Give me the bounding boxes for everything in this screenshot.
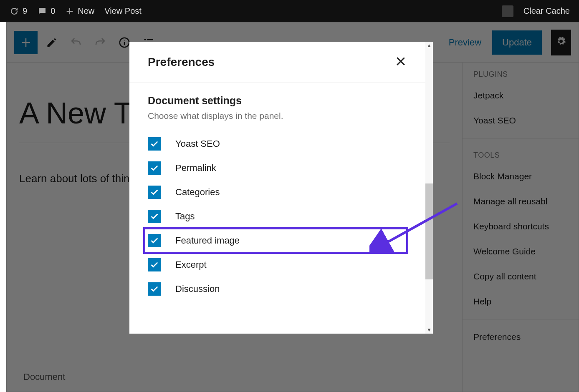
checkbox[interactable]: [148, 161, 161, 175]
comment-icon: [37, 6, 47, 16]
checkbox[interactable]: [148, 186, 161, 199]
pref-row-featured-image: Featured image: [144, 229, 407, 253]
plus-icon: [65, 7, 74, 16]
clear-cache-button[interactable]: Clear Cache: [518, 6, 575, 16]
checkbox[interactable]: [148, 210, 161, 223]
check-icon: [150, 163, 159, 173]
new-label: New: [78, 6, 94, 16]
scroll-up-arrow[interactable]: ▲: [427, 42, 432, 49]
close-button[interactable]: [394, 55, 407, 69]
pref-label: Categories: [175, 187, 220, 198]
notifications-button[interactable]: [497, 5, 518, 17]
pref-label: Featured image: [175, 235, 240, 246]
admin-bar: 9 0 New View Post Clear Cache: [0, 0, 579, 22]
check-icon: [150, 188, 159, 197]
section-title: Document settings: [148, 95, 407, 107]
pref-row-permalink: Permalink: [148, 156, 407, 180]
pref-row-categories: Categories: [148, 180, 407, 204]
close-icon: [394, 55, 407, 68]
notification-icon: [502, 5, 513, 17]
checkbox[interactable]: [148, 282, 161, 296]
comments-count: 0: [51, 6, 55, 16]
check-icon: [150, 212, 159, 221]
modal-title: Preferences: [148, 55, 215, 69]
modal-body: Document settings Choose what displays i…: [129, 83, 425, 334]
section-description: Choose what displays in the panel.: [148, 111, 407, 121]
pref-row-discussion: Discussion: [148, 277, 407, 301]
pref-label: Excerpt: [175, 259, 207, 270]
check-icon: [150, 139, 159, 148]
pref-row-yoast-seo: Yoast SEO: [148, 132, 407, 156]
checkbox[interactable]: [148, 137, 161, 151]
pref-label: Yoast SEO: [175, 138, 220, 149]
check-icon: [150, 236, 159, 245]
pref-label: Discussion: [175, 284, 220, 294]
preferences-modal: Preferences Document settings Choose wha…: [129, 42, 433, 334]
pref-label: Permalink: [175, 163, 216, 173]
checkbox[interactable]: [148, 258, 161, 271]
pref-label: Tags: [175, 211, 195, 222]
modal-scrollbar[interactable]: ▲ ▼: [425, 42, 433, 334]
view-post-link[interactable]: View Post: [99, 6, 147, 16]
pref-row-excerpt: Excerpt: [148, 253, 407, 277]
new-button[interactable]: New: [60, 6, 99, 16]
updates-count: 9: [23, 6, 27, 16]
checkbox[interactable]: [148, 234, 161, 247]
modal-header: Preferences: [129, 42, 425, 83]
refresh-icon: [9, 6, 19, 16]
check-icon: [150, 284, 159, 294]
scroll-down-arrow[interactable]: ▼: [427, 326, 432, 334]
view-post-label: View Post: [104, 6, 142, 16]
comments-button[interactable]: 0: [32, 6, 60, 16]
check-icon: [150, 260, 159, 269]
scroll-thumb[interactable]: [425, 183, 433, 279]
pref-row-tags: Tags: [148, 204, 407, 229]
clear-cache-label: Clear Cache: [523, 6, 570, 16]
updates-button[interactable]: 9: [4, 6, 32, 16]
